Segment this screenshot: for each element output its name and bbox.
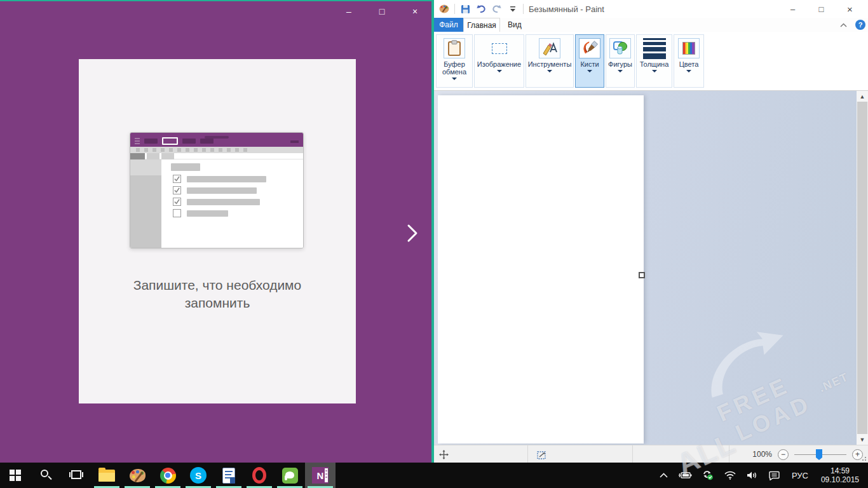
group-label: Буфер обмена [437,60,472,76]
dropdown-arrow-icon [547,70,552,72]
scrollbar-thumb[interactable] [857,102,867,434]
wifi-icon[interactable] [721,463,740,488]
time: 14:59 [821,466,859,475]
selection-size-section [528,445,633,463]
taskbar-item-opera[interactable] [244,463,275,488]
taskbar-item-paint[interactable] [122,463,153,488]
dropdown-arrow-icon [686,70,691,72]
dropdown-arrow-icon [652,70,657,72]
ribbon-group-image[interactable]: Изображение [474,34,524,88]
empty-checkbox-icon [173,209,181,217]
search-icon [39,469,52,482]
brush-icon [579,38,600,58]
volume-icon[interactable] [743,463,762,488]
help-button[interactable]: ? [855,20,865,30]
chrome-icon [160,468,176,484]
zoom-out-button[interactable]: − [778,449,789,460]
date: 09.10.2015 [821,475,859,484]
taskbar-item-writer[interactable] [214,463,244,488]
close-icon[interactable]: × [406,3,424,20]
ribbon-group-thickness[interactable]: Толщина [636,34,672,88]
system-tray: РУС 14:59 09.10.2015 [656,463,868,488]
redo-icon [492,4,502,13]
checked-checkbox-icon [173,186,181,194]
quick-access-toolbar [434,3,524,15]
document-icon [222,468,235,484]
dropdown-arrow-icon [618,70,623,72]
group-label: Изображение [477,60,521,68]
status-bar: 100% − + [434,445,868,463]
dropdown-arrow-icon [587,70,592,72]
taskbar-search-button[interactable] [31,463,61,488]
customize-qat-button[interactable] [507,3,519,15]
windows-logo-icon [10,470,21,481]
show-hidden-icons-button[interactable] [656,463,671,488]
taskbar-item-skype[interactable] [183,463,214,488]
redo-button[interactable] [491,3,503,15]
onenote-window-controls: – □ × [340,3,424,20]
task-view-button[interactable] [61,463,92,488]
ribbon-group-shapes[interactable]: Фигуры [606,34,635,88]
drawing-canvas[interactable] [438,95,644,444]
ribbon-group-clipboard[interactable]: Буфер обмена [436,34,473,88]
zoom-slider[interactable] [794,449,846,460]
minimize-icon[interactable]: – [778,0,807,18]
evernote-icon [282,468,298,484]
start-button[interactable] [0,463,31,488]
zoom-slider-thumb[interactable] [816,449,822,458]
taskbar-item-file-explorer[interactable] [92,463,122,488]
shapes-icon [609,38,631,58]
paint-app-icon[interactable] [438,3,450,15]
tab-home[interactable]: Главная [463,18,500,32]
onboarding-caption: Запишите, что необходимо запомнить [79,276,356,312]
scroll-down-icon[interactable]: ▼ [857,434,868,445]
opera-icon [252,467,266,484]
paint-palette-icon [130,469,146,482]
next-slide-button[interactable] [402,220,423,247]
window-resize-grip[interactable] [862,456,867,461]
battery-icon[interactable] [675,463,695,488]
chevron-right-icon [407,224,418,243]
ribbon-group-tools[interactable]: Инструменты [526,34,574,88]
illustration-sidebar [130,159,161,248]
vertical-scrollbar[interactable]: ▲ ▼ [857,91,868,445]
chevron-up-icon [660,473,668,478]
paint-window-controls: – □ × [778,0,864,18]
maximize-icon[interactable]: □ [807,0,836,18]
minimize-icon[interactable]: – [340,3,358,20]
ribbon: Буфер обмена Изображение Инструменты [434,32,868,91]
window-title: Безымянный - Paint [529,4,604,14]
ribbon-group-colors[interactable]: Цвета [674,34,704,88]
chevron-up-icon [840,23,847,27]
collapse-ribbon-button[interactable] [837,19,849,30]
group-label: Инструменты [528,60,572,68]
paint-window: Безымянный - Paint – □ × Файл Главная Ви… [434,0,868,463]
sync-status-icon[interactable] [699,463,717,488]
clock[interactable]: 14:59 09.10.2015 [817,466,863,484]
taskbar-item-onenote[interactable] [305,463,336,488]
tab-file[interactable]: Файл [434,18,463,32]
selection-icon [488,38,511,58]
undo-button[interactable] [475,3,487,15]
illustration-page [161,159,303,248]
save-icon [461,4,470,14]
taskbar-item-evernote[interactable] [275,463,305,488]
tools-icon [539,38,560,58]
action-center-icon[interactable] [766,463,783,488]
tab-view[interactable]: Вид [500,18,529,32]
cursor-position-section [434,445,528,463]
scroll-up-icon[interactable]: ▲ [857,91,868,102]
canvas-area: ▲ ▼ [434,91,868,445]
task-view-icon [69,470,83,480]
group-label: Фигуры [608,60,632,68]
canvas-resize-handle[interactable] [639,272,645,278]
ribbon-group-brushes[interactable]: Кисти [575,34,604,88]
language-indicator[interactable]: РУС [787,471,813,480]
maximize-icon[interactable]: □ [373,3,391,20]
cursor-position-icon [439,450,449,459]
selection-size-icon [537,450,547,459]
save-button[interactable] [459,3,471,15]
checked-checkbox-icon [173,198,181,206]
close-icon[interactable]: × [836,0,864,18]
taskbar-item-chrome[interactable] [153,463,183,488]
